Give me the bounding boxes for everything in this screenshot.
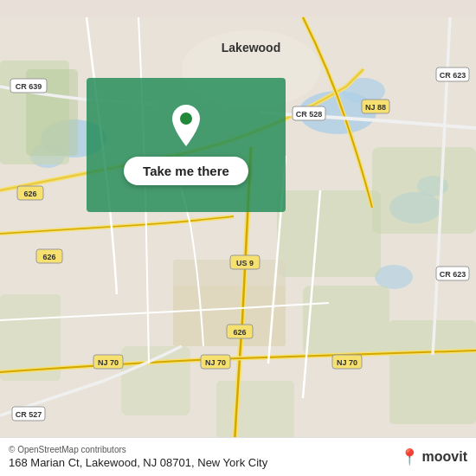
svg-text:NJ 88: NJ 88 [365, 103, 386, 112]
address-info: © OpenStreetMap contributors 168 Marian … [9, 445, 267, 469]
svg-rect-14 [121, 346, 190, 415]
map-cta-overlay: Take me there [87, 78, 286, 212]
svg-text:NJ 70: NJ 70 [98, 358, 119, 367]
svg-rect-16 [372, 147, 476, 234]
svg-text:NJ 70: NJ 70 [205, 358, 226, 367]
svg-text:US 9: US 9 [236, 259, 254, 267]
svg-text:NJ 70: NJ 70 [337, 358, 357, 367]
svg-text:626: 626 [42, 253, 55, 261]
svg-text:626: 626 [23, 190, 36, 198]
take-me-there-button[interactable]: Take me there [124, 157, 248, 185]
svg-text:Lakewood: Lakewood [222, 41, 280, 55]
svg-point-47 [180, 113, 192, 125]
svg-text:626: 626 [233, 328, 246, 337]
svg-text:CR 623: CR 623 [440, 71, 466, 80]
svg-text:CR 623: CR 623 [440, 270, 466, 279]
address-text: 168 Marian Ct, Lakewood, NJ 08701, New Y… [9, 456, 267, 469]
svg-text:CR 527: CR 527 [16, 410, 42, 419]
map-background: CR 639 626 626 NJ 88 CR 528 CR 623 CR 62… [0, 0, 476, 476]
svg-text:CR 639: CR 639 [16, 82, 42, 91]
svg-text:CR 528: CR 528 [296, 110, 323, 119]
moovit-pin-icon: 📍 [400, 447, 419, 466]
map-container: CR 639 626 626 NJ 88 CR 528 CR 623 CR 62… [0, 0, 476, 476]
svg-rect-10 [277, 190, 381, 277]
location-pin-icon [169, 105, 203, 146]
moovit-logo: 📍 moovit [400, 447, 467, 466]
bottom-info-bar: © OpenStreetMap contributors 168 Marian … [0, 437, 476, 476]
svg-rect-11 [303, 286, 389, 355]
osm-attribution: © OpenStreetMap contributors [9, 445, 267, 454]
moovit-brand-label: moovit [422, 449, 467, 465]
